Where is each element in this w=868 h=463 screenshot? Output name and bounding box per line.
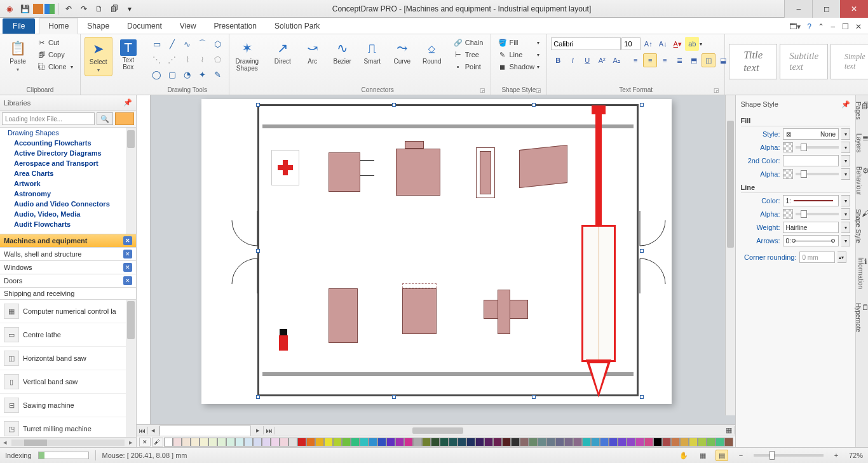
- line-button[interactable]: ✎Line▾: [495, 49, 543, 60]
- qat-save-icon[interactable]: 💾: [18, 2, 32, 16]
- color-swatch[interactable]: [484, 438, 493, 446]
- side-tab-layers[interactable]: ≣Layers: [854, 131, 868, 155]
- side-tab-behaviour[interactable]: ⚙Behaviour: [854, 164, 869, 198]
- machine[interactable]: [519, 145, 567, 188]
- tab-document[interactable]: Document: [118, 18, 171, 34]
- color-swatch[interactable]: [164, 438, 173, 446]
- color-swatch[interactable]: [618, 438, 627, 446]
- underline-button[interactable]: U: [580, 53, 594, 67]
- dropdown-icon[interactable]: ▾: [841, 195, 850, 206]
- paste-button[interactable]: 📋 Paste ▾: [4, 37, 32, 75]
- machine[interactable]: [405, 141, 424, 149]
- alpha-checker[interactable]: [783, 169, 793, 179]
- textformat-launcher[interactable]: ◲: [714, 87, 719, 93]
- font-size-select[interactable]: [621, 37, 641, 50]
- fire-extinguisher[interactable]: [278, 329, 289, 351]
- color-swatch[interactable]: [546, 438, 555, 446]
- align-right-button[interactable]: ≡: [658, 53, 672, 67]
- textbox-button[interactable]: T Text Box: [114, 37, 142, 73]
- color-swatch[interactable]: [653, 438, 662, 446]
- color-swatch[interactable]: [306, 438, 315, 446]
- snap-icon[interactable]: ▦: [696, 450, 709, 461]
- fill-2nd-color[interactable]: [783, 155, 839, 166]
- side-tab-pages[interactable]: 🗐Pages: [853, 99, 868, 122]
- tool-speech[interactable]: ◔: [180, 67, 194, 81]
- tab-solution-park[interactable]: Solution Park: [266, 18, 329, 34]
- page-next[interactable]: ▸: [252, 426, 264, 434]
- help-icon[interactable]: ?: [807, 22, 811, 31]
- align-center-button[interactable]: ≡: [643, 53, 657, 67]
- color-swatch[interactable]: [715, 438, 724, 446]
- tree-scrollbar[interactable]: [126, 128, 136, 234]
- qat-open-icon[interactable]: 🗐: [107, 2, 121, 16]
- color-swatch[interactable]: [422, 438, 431, 446]
- hand-tool-icon[interactable]: ✋: [677, 450, 690, 461]
- color-swatch[interactable]: [520, 438, 529, 446]
- tool-arc2[interactable]: ⌒: [196, 37, 210, 51]
- italic-button[interactable]: I: [566, 53, 580, 67]
- style-subtitle[interactable]: Subtitle text: [780, 44, 828, 79]
- color-swatch[interactable]: [377, 438, 386, 446]
- color-swatch[interactable]: [280, 438, 288, 446]
- selection-handle[interactable]: [532, 103, 536, 107]
- canvas-hscroll[interactable]: [279, 426, 723, 435]
- tab-file[interactable]: File: [3, 18, 35, 34]
- shape-item[interactable]: ◫Horizontal band saw: [0, 347, 136, 370]
- shadow-button[interactable]: ◼Shadow▾: [495, 61, 543, 72]
- color-swatch[interactable]: [609, 438, 618, 446]
- qat-undo-icon[interactable]: ↶: [62, 2, 76, 16]
- cut-button[interactable]: ✂Cut: [34, 37, 76, 48]
- palette-picker[interactable]: 🖋: [152, 438, 163, 446]
- shape-item[interactable]: ⊟Sawing machine: [0, 394, 136, 417]
- connector-direct[interactable]: ↗Direct: [269, 37, 297, 68]
- left-hscroll[interactable]: ◂▸: [0, 437, 136, 447]
- drawing-stage[interactable]: [151, 95, 735, 424]
- close-icon[interactable]: ✕: [123, 263, 132, 272]
- bold-button[interactable]: B: [551, 53, 565, 67]
- connector-smart[interactable]: ⎍Smart: [358, 37, 386, 68]
- alpha-checker[interactable]: [783, 209, 793, 219]
- fill-style-select[interactable]: ⊠None: [783, 128, 839, 140]
- valign-top-button[interactable]: ⬒: [687, 53, 701, 67]
- font-color-icon[interactable]: A▾: [670, 37, 684, 51]
- style-title[interactable]: Title text: [729, 44, 777, 79]
- tab-view[interactable]: View: [171, 18, 205, 34]
- tool-pencil[interactable]: ✎: [211, 67, 225, 81]
- line-weight-select[interactable]: Hairline: [783, 222, 839, 233]
- close-button[interactable]: ✕: [840, 0, 868, 18]
- dropdown-icon[interactable]: ▾: [841, 128, 850, 140]
- stencil-tab[interactable]: Doors✕: [0, 274, 136, 288]
- shapestyle-launcher[interactable]: ◲: [536, 87, 541, 93]
- drawing-shapes-button[interactable]: ✶ Drawing Shapes: [233, 37, 261, 74]
- stencil-tab[interactable]: Shipping and receiving: [0, 288, 136, 300]
- machine[interactable]: [402, 288, 437, 334]
- color-swatch[interactable]: [707, 438, 715, 446]
- color-swatch[interactable]: [555, 438, 564, 446]
- font-shrink-icon[interactable]: A↓: [656, 37, 670, 51]
- selection-handle[interactable]: [532, 395, 536, 399]
- tool-path4[interactable]: ≀: [196, 52, 210, 66]
- color-swatch[interactable]: [217, 438, 226, 446]
- color-swatch[interactable]: [235, 438, 244, 446]
- tool-path2[interactable]: ⋰: [165, 52, 179, 66]
- crane-top[interactable]: [592, 105, 606, 114]
- color-swatch[interactable]: [466, 438, 475, 446]
- stencil-tab[interactable]: Windows✕: [0, 261, 136, 274]
- tool-poly[interactable]: ⬡: [211, 37, 225, 51]
- wall[interactable]: [262, 124, 634, 128]
- color-swatch[interactable]: [404, 438, 413, 446]
- color-swatch[interactable]: [671, 438, 680, 446]
- color-swatch[interactable]: [627, 438, 635, 446]
- window-list-icon[interactable]: 🗔▾: [789, 22, 801, 31]
- shape-item[interactable]: ▦Computer numerical control la: [0, 300, 136, 323]
- connector-tree[interactable]: ⊢Tree: [451, 49, 487, 60]
- subscript-button[interactable]: A₂: [609, 53, 623, 67]
- side-tab-shape-style[interactable]: 🖌Shape Style: [853, 206, 868, 246]
- machine[interactable]: [396, 149, 440, 196]
- crane-tower[interactable]: [581, 225, 616, 362]
- font-grow-icon[interactable]: A↑: [641, 37, 655, 51]
- wall[interactable]: [262, 372, 634, 376]
- color-swatch[interactable]: [449, 438, 458, 446]
- line-color-select[interactable]: 1:: [783, 195, 839, 206]
- zoom-slider[interactable]: [754, 454, 824, 457]
